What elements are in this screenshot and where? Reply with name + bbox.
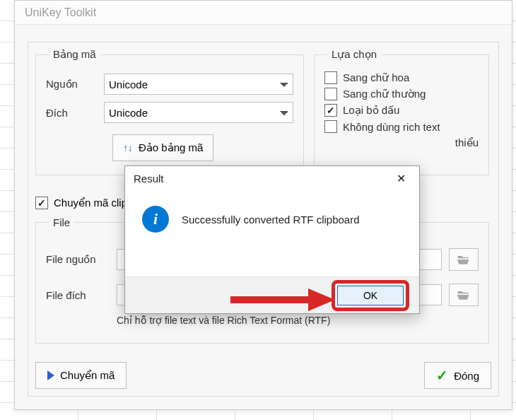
- source-encoding-select[interactable]: Unicode: [104, 74, 293, 95]
- folder-open-icon: [457, 288, 471, 301]
- arrow-icon: [230, 286, 336, 314]
- checkbox-icon: [324, 71, 337, 84]
- check-icon: ✓: [436, 367, 448, 384]
- group-lua-chon: Lựa chọn Sang chữ hoa Sang chữ thường Lo…: [314, 48, 489, 175]
- swap-encoding-label: Đảo bảng mã: [139, 141, 203, 154]
- info-icon: i: [142, 206, 169, 233]
- file-source-label: File nguồn: [46, 253, 110, 266]
- swap-icon: ↑↓: [123, 142, 133, 153]
- checkbox-icon: [324, 88, 337, 100]
- window-title: UniKey Toolkit: [15, 1, 512, 25]
- dest-encoding-select[interactable]: Unicode: [104, 102, 293, 123]
- swap-encoding-button[interactable]: ↑↓ Đảo bảng mã: [112, 134, 213, 161]
- group-bang-ma-legend: Bảng mã: [49, 48, 100, 61]
- result-dialog-titlebar: Result ✕: [125, 166, 419, 190]
- play-icon: [47, 371, 54, 380]
- file-dest-label: File đích: [46, 289, 110, 301]
- annotation-arrow: [230, 286, 336, 317]
- file-source-browse-button[interactable]: [449, 248, 479, 271]
- checkbox-icon: [324, 120, 337, 133]
- checkbox-icon: [324, 104, 337, 117]
- convert-button[interactable]: Chuyển mã: [35, 362, 127, 389]
- checkbox-icon: [35, 197, 48, 209]
- group-lua-chon-legend: Lựa chọn: [327, 48, 381, 61]
- result-dialog-message: Successfully converted RTF clipboard: [182, 214, 360, 226]
- option-lowercase[interactable]: Sang chữ thường: [324, 88, 479, 100]
- dest-encoding-label: Đích: [46, 107, 104, 119]
- file-dest-browse-button[interactable]: [449, 284, 479, 306]
- close-icon: ✕: [397, 172, 406, 185]
- option-no-rich-text[interactable]: Không dùng rich text: [324, 120, 479, 133]
- folder-open-icon: [457, 253, 471, 266]
- convert-clipboard-checkbox[interactable]: Chuyển mã clip: [35, 197, 127, 209]
- option-partial[interactable]: thiểu: [324, 136, 479, 149]
- result-dialog-title: Result: [134, 173, 164, 185]
- close-button[interactable]: ✓ Đóng: [424, 362, 491, 389]
- ok-button-highlight: OK: [332, 280, 409, 311]
- ok-button[interactable]: OK: [337, 286, 404, 305]
- result-dialog-close-button[interactable]: ✕: [387, 168, 415, 189]
- svg-marker-1: [308, 288, 335, 311]
- group-file-legend: File: [49, 216, 74, 228]
- option-remove-accents[interactable]: Loại bỏ dấu: [324, 104, 479, 117]
- source-encoding-label: Nguồn: [46, 78, 104, 91]
- group-bang-ma: Bảng mã Nguồn Unicode Đích Unicode ↑↓ Đả…: [35, 48, 304, 175]
- result-dialog-body: i Successfully converted RTF clipboard: [125, 190, 419, 240]
- option-uppercase[interactable]: Sang chữ hoa: [324, 71, 479, 84]
